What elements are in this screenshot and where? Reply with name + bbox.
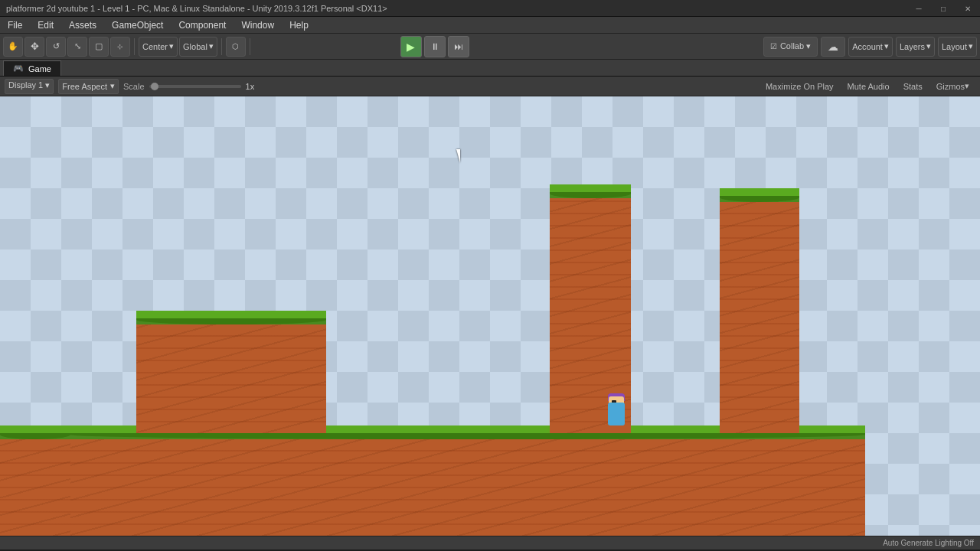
restore-button[interactable]: □ xyxy=(931,0,956,17)
menu-gameobject[interactable]: GameObject xyxy=(104,17,171,34)
display-select[interactable]: Display 1 ▾ xyxy=(5,79,54,94)
rect-tool-button[interactable]: ▢ xyxy=(89,37,109,57)
stats-button[interactable]: Stats xyxy=(897,78,929,95)
game-tab-bar: 🎮 Game xyxy=(0,60,980,77)
layers-label: Layers xyxy=(900,42,925,51)
play-button[interactable]: ▶ xyxy=(400,36,422,57)
account-label: Account xyxy=(852,42,883,51)
tab-game[interactable]: 🎮 Game xyxy=(3,60,61,76)
mute-audio-button[interactable]: Mute Audio xyxy=(841,78,896,95)
space-dropdown-icon: ▾ xyxy=(209,41,214,51)
gizmos-button[interactable]: Gizmos ▾ xyxy=(930,78,975,95)
status-text: Auto Generate Lighting Off xyxy=(883,539,974,547)
game-tab-label: Game xyxy=(28,64,51,73)
toolbar-sep-3 xyxy=(250,38,250,55)
aspect-select[interactable]: Free Aspect ▾ xyxy=(58,79,119,94)
space-label: Global xyxy=(183,42,207,51)
scale-tool-button[interactable]: ⤡ xyxy=(67,37,87,57)
layout-label: Layout xyxy=(942,42,967,51)
menu-assets[interactable]: Assets xyxy=(61,17,104,34)
space-button[interactable]: Global ▾ xyxy=(179,37,217,57)
pivot-dropdown-icon: ▾ xyxy=(169,41,174,51)
rotate-tool-button[interactable]: ↺ xyxy=(46,37,66,57)
account-button[interactable]: Account ▾ xyxy=(848,37,893,57)
game-controls-bar: Display 1 ▾ Free Aspect ▾ Scale 1x Maxim… xyxy=(0,77,980,96)
status-bar: Auto Generate Lighting Off xyxy=(0,536,980,549)
layers-button[interactable]: Layers ▾ xyxy=(896,37,935,57)
toolbar-sep-1 xyxy=(134,38,135,55)
menu-component[interactable]: Component xyxy=(171,17,234,34)
ground-left-dirt xyxy=(0,439,70,548)
collab-label: Collab ▾ xyxy=(780,41,811,51)
cloud-button[interactable]: ☁ xyxy=(821,37,845,57)
menu-window[interactable]: Window xyxy=(234,17,282,34)
layout-button[interactable]: Layout ▾ xyxy=(938,37,977,57)
minimize-button[interactable]: ─ xyxy=(906,0,931,17)
collab-checkbox-icon: ☑ xyxy=(770,42,777,51)
platform-pillar-right xyxy=(720,188,799,433)
cloud-icon: ☁ xyxy=(828,41,838,53)
toolbar-sep-2 xyxy=(221,38,222,55)
pause-button[interactable]: ⏸ xyxy=(424,36,446,57)
collab-icon-button[interactable]: ⬡ xyxy=(226,37,246,57)
hand-tool-button[interactable]: ✋ xyxy=(3,37,23,57)
pillar-center-top xyxy=(550,184,631,198)
pivot-label: Center xyxy=(142,42,168,51)
menu-help[interactable]: Help xyxy=(282,17,316,34)
toolbar: ✋ ✥ ↺ ⤡ ▢ ⊹ Center ▾ Global ▾ ⬡ ▶ ⏸ ⏭ ☑ … xyxy=(0,34,980,60)
ground-dirt xyxy=(69,439,865,548)
title-bar: platformer 2d youtube 1 - Level 1 - PC, … xyxy=(0,0,980,17)
move-tool-button[interactable]: ✥ xyxy=(24,37,44,57)
game-viewport: Auto Generate Lighting Off xyxy=(0,96,980,549)
game-tab-icon: 🎮 xyxy=(13,64,24,73)
pivot-button[interactable]: Center ▾ xyxy=(139,37,178,57)
maximize-on-play-button[interactable]: Maximize On Play xyxy=(760,78,840,95)
pillar-right-top xyxy=(720,188,799,202)
account-dropdown-icon: ▾ xyxy=(884,41,889,51)
ground-platform xyxy=(69,425,865,548)
scale-thumb xyxy=(151,83,158,90)
layers-dropdown-icon: ▾ xyxy=(926,41,931,51)
scale-label: Scale xyxy=(123,82,145,91)
menu-bar: File Edit Assets GameObject Component Wi… xyxy=(0,17,980,34)
ground-platform-left xyxy=(0,425,70,548)
collab-button[interactable]: ☑ Collab ▾ xyxy=(763,37,818,57)
window-title: platformer 2d youtube 1 - Level 1 - PC, … xyxy=(6,4,387,13)
menu-edit[interactable]: Edit xyxy=(30,17,61,34)
scale-value: 1x xyxy=(246,82,255,91)
scale-slider[interactable] xyxy=(149,85,241,88)
platform-left-dirt xyxy=(136,324,326,433)
transform-tool-button[interactable]: ⊹ xyxy=(110,37,130,57)
menu-file[interactable]: File xyxy=(0,17,30,34)
close-button[interactable]: ✕ xyxy=(956,0,980,17)
aspect-dropdown-icon: ▾ xyxy=(110,81,115,91)
layout-dropdown-icon: ▾ xyxy=(969,41,973,51)
pillar-right-dirt xyxy=(720,202,799,433)
player-character xyxy=(605,396,628,425)
step-button[interactable]: ⏭ xyxy=(448,36,469,57)
char-body xyxy=(608,403,625,425)
ground-left-top xyxy=(0,425,70,439)
platform-left xyxy=(136,311,326,433)
platform-left-top xyxy=(136,311,326,324)
